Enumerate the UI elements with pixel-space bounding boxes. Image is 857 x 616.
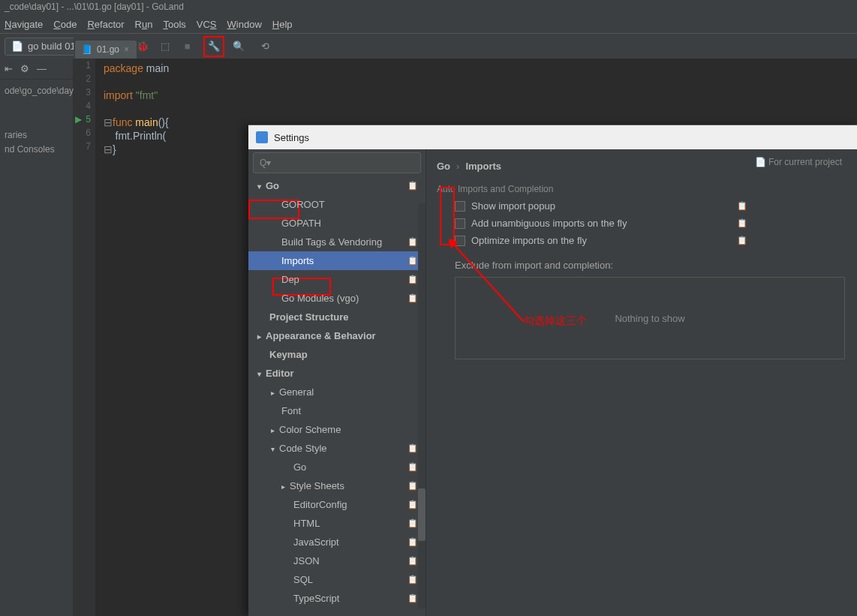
tree-build[interactable]: Build Tags & Vendoring📋 (248, 233, 425, 251)
search-button[interactable]: 🔍 (230, 38, 247, 55)
tree-cs-style[interactable]: Style Sheets📋 (248, 476, 425, 495)
copy-icon: 📋 (407, 237, 418, 247)
copy-icon: 📋 (407, 256, 418, 266)
hide-icon[interactable]: — (37, 63, 47, 74)
tree-cs-sql[interactable]: SQL📋 (248, 570, 425, 589)
copy-icon: 📋 (407, 481, 418, 491)
copy-icon: 📋 (407, 556, 418, 566)
tree-editor[interactable]: Editor (248, 364, 425, 383)
settings-app-icon (256, 131, 268, 143)
tree-cs-js[interactable]: JavaScript📋 (248, 533, 425, 551)
gear-icon[interactable]: ⚙ (20, 63, 29, 74)
check-label: Show import popup (471, 200, 555, 212)
tree-cs-editor[interactable]: EditorConfig📋 (248, 495, 425, 514)
exclude-list: Nothing to show (455, 277, 845, 359)
menu-vcs[interactable]: VCS (197, 19, 217, 30)
menu-code[interactable]: Code (53, 19, 77, 30)
tree-appearance[interactable]: Appearance & Behavior (248, 326, 425, 345)
tree-goroot[interactable]: GOROOT (248, 195, 425, 214)
section-auto-imports: Auto Imports and Completion (437, 184, 845, 194)
copy-icon: 📋 (407, 500, 418, 509)
copy-icon: 📋 (407, 462, 418, 472)
copy-icon: 📋 (737, 236, 747, 245)
tree-cs-html[interactable]: HTML📋 (248, 514, 425, 533)
tree-cs-json[interactable]: JSON📋 (248, 551, 425, 570)
copy-icon: 📋 (407, 293, 418, 303)
close-icon[interactable]: × (124, 44, 129, 55)
tree-keymap[interactable]: Keymap (248, 345, 425, 364)
breadcrumb-leaf: Imports (465, 161, 501, 172)
check-optimize[interactable]: Optimize imports on the fly📋 (455, 235, 845, 246)
tree-cs-ts[interactable]: TypeScript📋 (248, 589, 425, 608)
settings-titlebar: Settings (248, 125, 857, 149)
collapse-icon[interactable]: ⇤ (5, 63, 13, 74)
check-add-unambiguous[interactable]: Add unambiguous imports on the fly📋 (455, 218, 845, 229)
window-title: _code\day01] - ...\01\01.go [day01] - Go… (0, 0, 857, 15)
settings-dialog: Settings Q▾ Go📋 GOROOT GOPATH Build Tags… (248, 125, 857, 616)
copy-icon: 📋 (407, 443, 418, 453)
annotation-text: 勾选掉这三个 (524, 314, 587, 328)
menu-run[interactable]: Run (135, 19, 153, 30)
copy-icon: 📋 (737, 218, 747, 228)
nothing-label: Nothing to show (615, 313, 684, 324)
tree-go[interactable]: Go📋 (248, 176, 425, 195)
copy-icon: 📋 (407, 575, 418, 584)
check-show-popup[interactable]: Show import popup📋 (455, 200, 845, 212)
copy-icon: 📋 (407, 518, 418, 528)
tree-dep[interactable]: Dep📋 (248, 270, 425, 289)
editor-tab[interactable]: 📘 01.go × (75, 41, 137, 59)
settings-content: Go › Imports For current project Auto Im… (426, 149, 857, 616)
gear-file-icon: 📄 (11, 41, 23, 52)
tree-vgo[interactable]: Go Modules (vgo)📋 (248, 289, 425, 308)
search-icon: Q▾ (260, 158, 271, 168)
copy-icon: 📋 (407, 181, 418, 191)
menu-tools[interactable]: Tools (163, 19, 185, 30)
menu-refactor[interactable]: Refactor (87, 19, 124, 30)
coverage-button[interactable]: ⬚ (157, 38, 173, 55)
tree-imports[interactable]: Imports📋 (248, 251, 425, 270)
tree-codestyle[interactable]: Code Style📋 (248, 439, 425, 458)
copy-icon: 📋 (737, 201, 747, 211)
for-project-label: For current project (755, 157, 842, 167)
main-menu: NaNavigatevigate Code Refactor Run Tools… (0, 15, 857, 33)
libraries-item[interactable]: raries (5, 128, 68, 143)
tree-colors[interactable]: Color Scheme (248, 420, 425, 439)
settings-search-input[interactable]: Q▾ (253, 152, 421, 173)
copy-icon: 📋 (407, 537, 418, 547)
go-file-icon: 📘 (81, 44, 92, 55)
tree-gopath[interactable]: GOPATH (248, 214, 425, 233)
project-sidebar: ⇤ ⚙ — ode\go_code\day raries nd Consoles (0, 59, 74, 616)
menu-window[interactable]: Window (227, 19, 262, 30)
tree-scrollbar[interactable] (418, 203, 425, 608)
tab-label: 01.go (97, 44, 119, 55)
path-fragment[interactable]: ode\go_code\day (5, 84, 68, 98)
check-label: Optimize imports on the fly (471, 235, 587, 246)
menu-help[interactable]: Help (272, 19, 293, 30)
tree-font[interactable]: Font (248, 401, 425, 420)
tree-general[interactable]: General (248, 383, 425, 401)
stop-button[interactable]: ■ (179, 38, 196, 55)
menu-navigate[interactable]: NaNavigatevigate (5, 19, 43, 30)
wrench-icon[interactable]: 🔧 (206, 38, 222, 55)
copy-icon: 📋 (407, 593, 418, 603)
check-label: Add unambiguous imports on the fly (471, 218, 627, 229)
settings-title-label: Settings (274, 132, 309, 143)
consoles-item[interactable]: nd Consoles (5, 143, 68, 157)
exclude-title: Exclude from import and completion: (455, 260, 845, 271)
breadcrumb-root[interactable]: Go (437, 161, 450, 172)
tree-project[interactable]: Project Structure (248, 308, 425, 326)
settings-tree: Q▾ Go📋 GOROOT GOPATH Build Tags & Vendor… (248, 149, 426, 616)
structure-button[interactable]: ⟲ (257, 38, 274, 55)
copy-icon: 📋 (407, 275, 418, 284)
tree-cs-go[interactable]: Go📋 (248, 458, 425, 476)
line-gutter: 1234 5 ▶ 67 (74, 59, 96, 616)
